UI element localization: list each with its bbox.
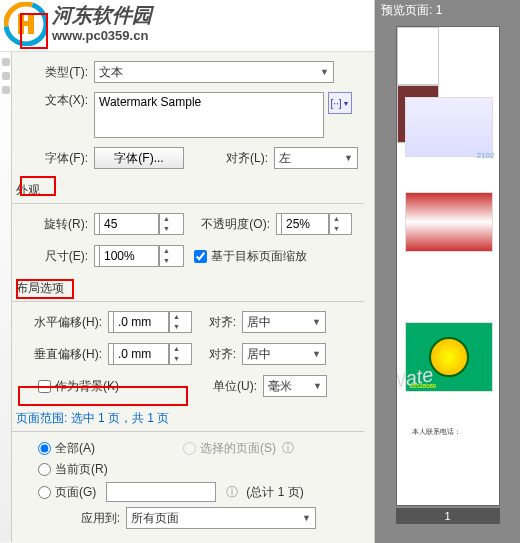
apply-to-select[interactable]: 所有页面 ▼: [126, 507, 316, 529]
preview-number: 2102: [477, 151, 495, 160]
all-pages-label: 全部(A): [55, 440, 95, 457]
down-arrow-icon[interactable]: ▼: [170, 322, 183, 332]
scale-label: 基于目标页面缩放: [211, 248, 307, 265]
chevron-down-icon: ▼: [309, 381, 322, 391]
h-align-label: 对齐:: [192, 314, 242, 331]
page-range-section: 页面范围: 选中 1 页，共 1 页: [12, 406, 364, 432]
info-icon: ⓘ: [226, 484, 238, 501]
chevron-down-icon: ▼: [340, 153, 353, 163]
up-arrow-icon[interactable]: ▲: [170, 344, 183, 354]
pages-radio[interactable]: [38, 486, 51, 499]
chevron-down-icon: ▼: [308, 317, 321, 327]
size-input[interactable]: ▲▼: [94, 245, 184, 267]
v-align-select[interactable]: 居中 ▼: [242, 343, 326, 365]
pages-label: 页面(G): [55, 484, 96, 501]
highlight-box-1: [20, 13, 48, 49]
down-arrow-icon[interactable]: ▼: [170, 354, 183, 364]
type-select[interactable]: 文本 ▼: [94, 61, 334, 83]
selected-pages-label: 选择的页面(S): [200, 440, 276, 457]
up-arrow-icon[interactable]: ▲: [160, 214, 173, 224]
watermark-text-input[interactable]: [94, 92, 324, 138]
left-strip: [0, 52, 12, 542]
up-arrow-icon[interactable]: ▲: [330, 214, 343, 224]
rotation-input[interactable]: ▲▼: [94, 213, 184, 235]
align-select[interactable]: 左 ▼: [274, 147, 358, 169]
opacity-label: 不透明度(O):: [188, 216, 276, 233]
site-name: 河东软件园: [52, 2, 152, 29]
chevron-down-icon: ▼: [316, 67, 329, 77]
up-arrow-icon[interactable]: ▲: [170, 312, 183, 322]
pages-input[interactable]: [106, 482, 216, 502]
highlight-box-4: [18, 386, 188, 406]
preview-card-small-1: [397, 27, 439, 85]
appearance-section: 外观: [12, 178, 364, 204]
all-pages-radio[interactable]: [38, 442, 51, 455]
align-label: 对齐(L):: [208, 150, 274, 167]
page-number: 1: [396, 508, 500, 524]
preview-card-banner: [405, 192, 493, 252]
font-button[interactable]: 字体(F)...: [94, 147, 184, 169]
apply-to-label: 应用到:: [68, 510, 126, 527]
preview-page: 95528089 2102 Wate 本人联系电话：: [396, 26, 500, 506]
selected-pages-radio[interactable]: [183, 442, 196, 455]
chevron-down-icon: ▼: [298, 513, 311, 523]
h-offset-label: 水平偏移(H):: [18, 314, 108, 331]
opacity-input[interactable]: ▲▼: [276, 213, 352, 235]
current-page-label: 当前页(R): [55, 461, 108, 478]
font-label: 字体(F):: [18, 150, 94, 167]
highlight-box-2: [20, 176, 56, 196]
scale-checkbox[interactable]: [194, 250, 207, 263]
insert-macro-button[interactable]: [··]▼: [328, 92, 352, 114]
text-label: 文本(X):: [18, 92, 94, 109]
size-label: 尺寸(E):: [18, 248, 94, 265]
current-page-radio[interactable]: [38, 463, 51, 476]
preview-card-id-front: [405, 97, 493, 157]
v-offset-label: 垂直偏移(H):: [18, 346, 108, 363]
v-offset-input[interactable]: ▲▼: [108, 343, 192, 365]
down-arrow-icon[interactable]: ▼: [330, 224, 343, 234]
h-offset-input[interactable]: ▲▼: [108, 311, 192, 333]
preview-footer-text: 本人联系电话：: [412, 427, 461, 437]
unit-select[interactable]: 毫米 ▼: [263, 375, 327, 397]
total-pages-label: (总计 1 页): [246, 484, 303, 501]
preview-title: 预览页面: 1: [375, 0, 520, 18]
v-align-label: 对齐:: [192, 346, 242, 363]
down-arrow-icon[interactable]: ▼: [160, 224, 173, 234]
info-icon: ⓘ: [282, 440, 294, 457]
type-label: 类型(T):: [18, 64, 94, 81]
chevron-down-icon: ▼: [308, 349, 321, 359]
h-align-select[interactable]: 居中 ▼: [242, 311, 326, 333]
down-arrow-icon[interactable]: ▼: [160, 256, 173, 266]
rotation-label: 旋转(R):: [18, 216, 94, 233]
site-url: www.pc0359.cn: [52, 28, 148, 43]
up-arrow-icon[interactable]: ▲: [160, 246, 173, 256]
highlight-box-3: [16, 279, 74, 299]
